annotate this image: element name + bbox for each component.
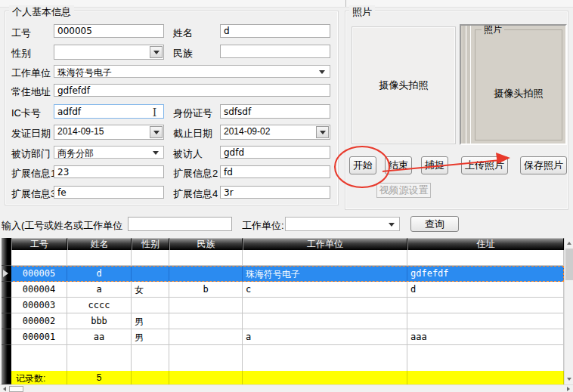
grid-cell[interactable]: bbb bbox=[67, 313, 132, 329]
minzu-input[interactable] bbox=[220, 45, 330, 58]
row-selector[interactable] bbox=[2, 329, 11, 345]
grid-cell[interactable]: d bbox=[67, 266, 132, 282]
grid-cell[interactable] bbox=[169, 266, 243, 282]
grid-cell[interactable]: 000001 bbox=[11, 329, 67, 345]
save-photo-button[interactable]: 保存照片 bbox=[520, 156, 567, 174]
grid-cell[interactable] bbox=[67, 250, 132, 266]
grid-cell[interactable]: 男 bbox=[132, 329, 169, 345]
chevron-down-icon[interactable] bbox=[153, 151, 159, 158]
grid-cell[interactable] bbox=[407, 298, 564, 313]
top-separator bbox=[345, 0, 346, 7]
column-header-1[interactable]: 姓名 bbox=[67, 238, 132, 250]
grid-cell[interactable] bbox=[169, 313, 243, 329]
danwei-combo[interactable]: 珠海符号电子 bbox=[54, 65, 330, 78]
ext4-input[interactable] bbox=[220, 186, 330, 199]
grid-cell[interactable] bbox=[132, 298, 169, 313]
horizontal-scrollbar[interactable] bbox=[0, 384, 573, 392]
camera-preview-panel[interactable]: 摄像头拍照 bbox=[352, 26, 456, 144]
row-selector[interactable] bbox=[2, 298, 11, 313]
upload-photo-button[interactable]: 上传照片 bbox=[461, 156, 508, 174]
grid-cell[interactable]: gdfefdf bbox=[407, 266, 564, 282]
photo-display-panel[interactable]: 照片 摄像头拍照 bbox=[460, 24, 567, 145]
jiezhi-datepicker[interactable]: 2014-09-02 bbox=[220, 125, 330, 140]
table-row[interactable]: 000001aa男aaaa bbox=[2, 329, 564, 345]
shenfen-input[interactable] bbox=[220, 104, 330, 119]
grid-cell[interactable] bbox=[169, 250, 243, 266]
grid-cell[interactable]: 珠海符号电子 bbox=[243, 266, 407, 282]
grid-cell[interactable] bbox=[132, 250, 169, 266]
capture-button[interactable]: 捕捉 bbox=[421, 156, 448, 174]
fazheng-dropdown-button[interactable] bbox=[150, 126, 163, 138]
row-selector[interactable] bbox=[2, 250, 11, 266]
grid-cell[interactable] bbox=[407, 313, 564, 329]
grid-cell[interactable]: a bbox=[67, 282, 132, 298]
grid-cell[interactable] bbox=[11, 250, 67, 266]
table-row[interactable] bbox=[2, 250, 564, 266]
horizontal-scrollbar-thumb[interactable] bbox=[9, 386, 23, 392]
grid-cell[interactable]: aa bbox=[67, 329, 132, 345]
grid-cell[interactable] bbox=[132, 266, 169, 282]
table-row[interactable]: 000003cccc bbox=[2, 298, 564, 313]
row-selector[interactable] bbox=[2, 266, 11, 282]
column-header-5[interactable]: 住址 bbox=[407, 238, 564, 250]
ext1-input[interactable] bbox=[54, 165, 164, 178]
scroll-left-button[interactable] bbox=[0, 385, 8, 392]
query-button[interactable]: 查询 bbox=[410, 216, 459, 232]
bufangbumen-combo[interactable]: 商务分部 bbox=[54, 146, 164, 159]
table-row[interactable]: 000005d珠海符号电子gdfefdf bbox=[2, 266, 564, 282]
scroll-up-button[interactable] bbox=[565, 238, 573, 248]
grid-cell[interactable] bbox=[169, 329, 243, 345]
table-row[interactable]: 000004a女bcd bbox=[2, 282, 564, 298]
grid-cell[interactable] bbox=[243, 298, 407, 313]
vertical-scrollbar[interactable] bbox=[564, 238, 573, 384]
xingming-input[interactable] bbox=[220, 24, 330, 38]
label-ext3: 扩展信息3 bbox=[11, 187, 56, 201]
stop-button[interactable]: 结束 bbox=[385, 156, 412, 174]
row-selector[interactable] bbox=[2, 282, 11, 298]
column-header-0[interactable]: 工号 bbox=[11, 238, 67, 250]
chevron-down-icon[interactable] bbox=[389, 223, 395, 230]
dizhi-input[interactable] bbox=[54, 84, 330, 97]
row-selector[interactable] bbox=[2, 313, 11, 329]
records-table[interactable]: 工号姓名性别民族工作单位住址000005d珠海符号电子gdfefdf000004… bbox=[2, 238, 564, 384]
row-selector-header[interactable] bbox=[2, 238, 11, 250]
grid-cell[interactable] bbox=[169, 298, 243, 313]
column-header-2[interactable]: 性别 bbox=[132, 238, 169, 250]
xingbie-combo[interactable] bbox=[54, 45, 164, 60]
company-filter-combo[interactable] bbox=[285, 217, 400, 231]
chevron-down-icon[interactable] bbox=[319, 70, 325, 77]
personal-info-groupbox: 个人基本信息 工号 姓名 性别 民族 工作单位 珠海符号电子 常住地址 IC卡号… bbox=[5, 11, 339, 205]
scroll-right-button[interactable] bbox=[565, 385, 573, 392]
ic-input[interactable] bbox=[54, 104, 164, 119]
grid-cell[interactable]: 女 bbox=[132, 282, 169, 298]
grid-cell[interactable]: 000005 bbox=[11, 266, 67, 282]
xingbie-dropdown-button[interactable] bbox=[150, 46, 163, 58]
scroll-down-button[interactable] bbox=[565, 375, 573, 384]
grid-cell[interactable]: 000003 bbox=[11, 298, 67, 313]
jiezhi-dropdown-button[interactable] bbox=[316, 126, 329, 138]
grid-cell[interactable] bbox=[243, 250, 407, 266]
grid-cell[interactable] bbox=[243, 313, 407, 329]
grid-cell[interactable] bbox=[407, 250, 564, 266]
camera-preview-text: 摄像头拍照 bbox=[379, 79, 429, 92]
grid-cell[interactable]: 000004 bbox=[11, 282, 67, 298]
start-button[interactable]: 开始 bbox=[349, 156, 376, 174]
fazheng-datepicker[interactable]: 2014-09-15 bbox=[54, 125, 164, 140]
ext2-input[interactable] bbox=[220, 165, 330, 178]
column-header-4[interactable]: 工作单位 bbox=[243, 238, 407, 250]
grid-cell[interactable]: a bbox=[243, 329, 407, 345]
grid-cell[interactable]: aaa bbox=[407, 329, 564, 345]
grid-cell[interactable]: 000002 bbox=[11, 313, 67, 329]
beifangren-input[interactable] bbox=[220, 146, 330, 159]
search-input[interactable] bbox=[128, 217, 232, 231]
grid-cell[interactable]: c bbox=[243, 282, 407, 298]
table-row[interactable]: 000002bbb男 bbox=[2, 313, 564, 329]
grid-cell[interactable]: b bbox=[169, 282, 243, 298]
ext3-input[interactable] bbox=[54, 186, 164, 199]
grid-cell[interactable]: 男 bbox=[132, 313, 169, 329]
grid-cell[interactable]: d bbox=[407, 282, 564, 298]
column-header-3[interactable]: 民族 bbox=[169, 238, 243, 250]
gonghao-input[interactable] bbox=[54, 24, 164, 38]
vertical-scrollbar-thumb[interactable] bbox=[565, 248, 573, 280]
grid-cell[interactable]: cccc bbox=[67, 298, 132, 313]
